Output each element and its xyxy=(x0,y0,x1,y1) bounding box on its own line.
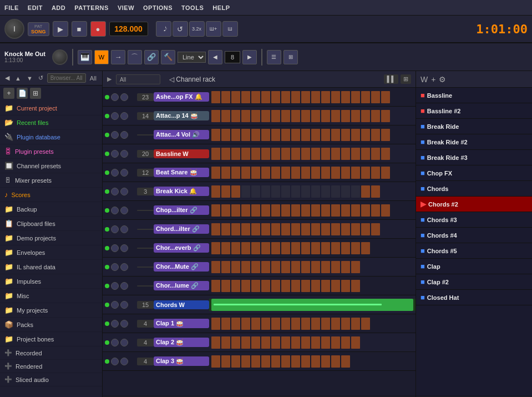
playlist-item-chords3[interactable]: ■ Chords #3 xyxy=(416,212,532,228)
stop-button[interactable]: ■ xyxy=(72,21,87,37)
pat-cell[interactable] xyxy=(351,148,360,160)
pat-cell[interactable] xyxy=(321,167,330,179)
pat-cell[interactable] xyxy=(251,355,260,368)
pat-cell[interactable] xyxy=(341,261,350,273)
pat-cell[interactable] xyxy=(371,110,380,122)
playlist-item-chords4[interactable]: ■ Chords #4 xyxy=(416,228,532,243)
pat-cell[interactable] xyxy=(261,336,270,349)
playlist-item-chop-fx[interactable]: ■ Chop FX xyxy=(416,165,532,181)
pat-cell[interactable] xyxy=(261,242,270,254)
sidebar-item-scores[interactable]: ♪ Scores xyxy=(0,188,102,202)
pat-cell[interactable] xyxy=(301,110,310,122)
pat-cell[interactable] xyxy=(211,355,220,368)
pat-cell[interactable] xyxy=(211,280,220,292)
pat-cell[interactable] xyxy=(271,318,280,330)
pat-cell[interactable] xyxy=(241,318,250,330)
pat-cell[interactable] xyxy=(281,355,290,368)
pat-cell[interactable] xyxy=(241,185,250,198)
pat-cell[interactable] xyxy=(341,129,350,141)
ch-mute-btn[interactable] xyxy=(111,150,119,158)
pat-cell[interactable] xyxy=(221,242,230,254)
pat-cell[interactable] xyxy=(321,129,330,141)
pat-cell[interactable] xyxy=(211,336,220,349)
pat-cell[interactable] xyxy=(321,355,330,368)
track-knob[interactable] xyxy=(52,49,68,65)
pat-cell[interactable] xyxy=(301,91,310,103)
pat-cell[interactable] xyxy=(331,167,340,179)
sidebar-item-project-bones[interactable]: 📁 Project bones xyxy=(0,332,102,346)
pat-cell[interactable] xyxy=(231,242,240,254)
pat-cell[interactable] xyxy=(271,167,280,179)
pat-cell[interactable] xyxy=(291,242,300,254)
pat-cell[interactable] xyxy=(241,204,250,217)
pat-cell[interactable] xyxy=(241,280,250,292)
pat-cell[interactable] xyxy=(211,129,220,141)
sidebar-search[interactable] xyxy=(47,73,86,83)
pat-cell[interactable] xyxy=(321,242,330,254)
pat-cell[interactable] xyxy=(251,336,260,349)
pat-cell[interactable] xyxy=(231,261,240,273)
pat-cell[interactable] xyxy=(351,129,360,141)
ch-mute-btn[interactable] xyxy=(111,93,119,101)
sidebar-item-misc[interactable]: 📁 Misc xyxy=(0,289,102,303)
pat-cell[interactable] xyxy=(221,167,230,179)
pat-cell[interactable] xyxy=(331,318,340,330)
ch-solo-btn[interactable] xyxy=(120,320,128,328)
pat-cell[interactable] xyxy=(251,148,260,160)
pat-cell[interactable] xyxy=(231,110,240,122)
ch-solo-btn[interactable] xyxy=(120,301,128,309)
pat-cell[interactable] xyxy=(361,204,370,217)
pat-cell[interactable] xyxy=(251,204,260,217)
sidebar-item-envelopes[interactable]: 📁 Envelopes xyxy=(0,245,102,260)
channel-name-chor-everb[interactable]: Chor...everb 🔗 xyxy=(154,243,209,253)
pat-cell[interactable] xyxy=(351,204,360,217)
sidebar-item-sliced-audio[interactable]: ➕ Sliced audio xyxy=(0,373,102,386)
menu-file[interactable]: FILE xyxy=(4,4,19,11)
tempo-btn[interactable]: 3.2x xyxy=(189,21,205,37)
play-header-btn[interactable]: ▶ xyxy=(107,76,112,83)
mixer-btn[interactable]: Ш xyxy=(222,21,238,37)
pat-cell[interactable] xyxy=(331,204,340,217)
pat-cell[interactable] xyxy=(291,204,300,217)
pat-cell[interactable] xyxy=(231,148,240,160)
pat-cell[interactable] xyxy=(231,129,240,141)
ch-mute-btn[interactable] xyxy=(111,244,119,252)
next-btn[interactable]: → xyxy=(111,50,125,64)
pat-cell[interactable] xyxy=(311,204,320,217)
piano-roll-btn[interactable]: 🎹 xyxy=(78,50,92,64)
pat-cell[interactable] xyxy=(281,280,290,292)
pat-cell[interactable] xyxy=(251,318,260,330)
pat-cell[interactable] xyxy=(241,148,250,160)
pat-cell[interactable] xyxy=(211,318,220,330)
pat-cell[interactable] xyxy=(331,185,340,198)
sidebar-collapse-btn[interactable]: 📄 xyxy=(17,88,28,99)
pat-cell[interactable] xyxy=(341,148,350,160)
pat-cell[interactable] xyxy=(341,223,350,235)
channel-name-beat-snare[interactable]: Beat Snare 🥁 xyxy=(154,168,209,177)
pat-cell[interactable] xyxy=(211,148,220,160)
ch-mute-btn[interactable] xyxy=(111,225,119,233)
sidebar-nav-back[interactable]: ◀ xyxy=(3,74,11,82)
pat-cell[interactable] xyxy=(281,129,290,141)
pat-cell[interactable] xyxy=(211,167,220,179)
pat-cell[interactable] xyxy=(361,148,370,160)
pat-cell[interactable] xyxy=(281,148,290,160)
pat-cell[interactable] xyxy=(271,148,280,160)
pat-cell[interactable] xyxy=(261,167,270,179)
pat-cell[interactable] xyxy=(251,129,260,141)
pat-cell[interactable] xyxy=(261,148,270,160)
pat-cell-chords-long[interactable] xyxy=(211,299,413,311)
pat-cell[interactable] xyxy=(211,110,220,122)
sidebar-view-btn[interactable]: ⊞ xyxy=(30,88,41,99)
pattern-btn-1[interactable]: ☰ xyxy=(267,50,281,64)
pat-cell[interactable] xyxy=(221,223,230,235)
pat-cell[interactable] xyxy=(301,355,310,368)
pat-cell[interactable] xyxy=(211,261,220,273)
pat-cell[interactable] xyxy=(211,185,220,198)
pat-cell[interactable] xyxy=(381,148,390,160)
pat-cell[interactable] xyxy=(231,280,240,292)
pat-cell[interactable] xyxy=(211,242,220,254)
pat-cell[interactable] xyxy=(311,185,320,198)
pat-cell[interactable] xyxy=(231,185,240,198)
pat-cell[interactable] xyxy=(291,110,300,122)
